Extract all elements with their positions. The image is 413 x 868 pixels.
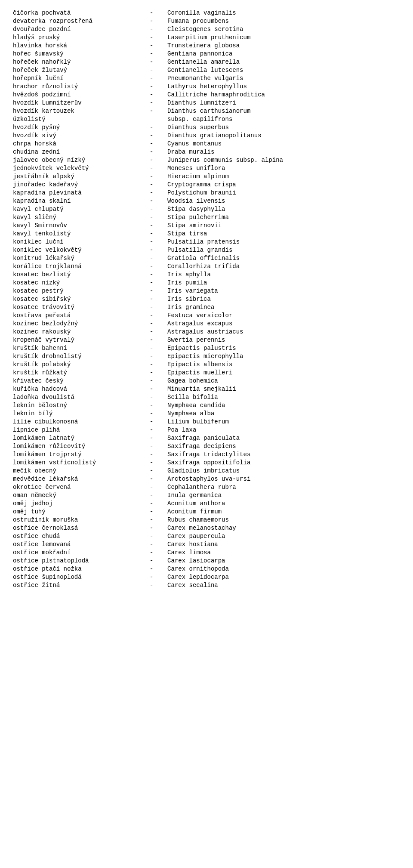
list-item: kruštík bahenní-Epipactis palustris: [13, 344, 400, 352]
dash-separator: -: [146, 41, 167, 49]
list-item: kapradina plevinatá-Polystichum braunii: [13, 188, 400, 197]
czech-name: lomikámen trojprstý: [13, 450, 146, 458]
list-item: jestřábník alpský-Hieracium alpinum: [13, 172, 400, 180]
dash-separator: -: [146, 164, 167, 172]
list-item: hořeček žlutavý-Gentianella lutescens: [13, 66, 400, 74]
czech-name: ostružiník moruška: [13, 516, 146, 524]
dash-separator: -: [146, 262, 167, 270]
list-item: ostřice ptačí nožka-Carex ornithopoda: [13, 565, 400, 573]
list-item: leknín bílý-Nymphaea alba: [13, 409, 400, 417]
czech-name: leknín bílý: [13, 409, 146, 417]
dash-separator: -: [146, 188, 167, 197]
list-item: leknín bělostný-Nymphaea candida: [13, 401, 400, 409]
czech-name: ostřice černoklasá: [13, 524, 146, 532]
czech-name: hvozdík kartouzek: [13, 107, 146, 115]
dash-separator: -: [146, 352, 167, 360]
czech-name: kropenáč vytrvalý: [13, 336, 146, 344]
list-item: koniklec velkokvětý-Pulsatilla grandis: [13, 246, 400, 254]
dash-separator: -: [146, 442, 167, 450]
latin-name: Gentianella lutescens: [167, 66, 400, 74]
dash-separator: -: [146, 66, 167, 74]
latin-name: Iris variegata: [167, 287, 400, 295]
czech-name: oměj tuhý: [13, 507, 146, 516]
latin-name: Epipactis albensis: [167, 360, 400, 368]
latin-name: Gagea bohemica: [167, 377, 400, 385]
list-item: úzkolistýsubsp. capilifrons: [13, 115, 400, 123]
latin-name: Saxifraga oppositifolia: [167, 458, 400, 466]
list-item: ostřice mokřadní-Carex limosa: [13, 548, 400, 556]
dash-separator: -: [146, 581, 167, 589]
list-item: okrotice červená-Cephalanthera rubra: [13, 483, 400, 491]
plant-list: čičorka pochvatá-Coronilla vaginalisdeva…: [13, 9, 400, 589]
dash-separator: -: [146, 311, 167, 319]
czech-name: úzkolistý: [13, 115, 146, 123]
list-item: kropenáč vytrvalý-Swertia perennis: [13, 336, 400, 344]
latin-name: Rubus chamaemorus: [167, 516, 400, 524]
dash-separator: -: [146, 434, 167, 442]
latin-name: Pulsatilla grandis: [167, 246, 400, 254]
dash-separator: -: [146, 25, 167, 33]
dash-separator: -: [146, 9, 167, 17]
czech-name: koniklec luční: [13, 238, 146, 246]
latin-name: Carex hostiana: [167, 540, 400, 548]
latin-name: Saxifraga tridactylites: [167, 450, 400, 458]
dash-separator: -: [146, 393, 167, 401]
czech-name: dvouřadec pozdní: [13, 25, 146, 33]
list-item: křivatec český-Gagea bohemica: [13, 377, 400, 385]
latin-name: Polystichum braunii: [167, 188, 400, 197]
latin-name: Carex melanostachay: [167, 524, 400, 532]
latin-name: Juniperus communis subsp. alpina: [167, 156, 400, 164]
latin-name: Trunsteinera globosa: [167, 41, 400, 49]
list-item: hlavinka horská-Trunsteinera globosa: [13, 41, 400, 49]
dash-separator: -: [146, 246, 167, 254]
latin-name: Pneumonanthe vulgaris: [167, 74, 400, 82]
latin-name: Dianthus carthusianorum: [167, 107, 400, 115]
list-item: korálice trojklanná-Corallorhiza trifida: [13, 262, 400, 270]
czech-name: chudina zední: [13, 148, 146, 156]
latin-name: Gratiola officinalis: [167, 254, 400, 262]
dash-separator: -: [146, 278, 167, 287]
latin-name: Cyanus montanus: [167, 139, 400, 148]
latin-name: Gentiana pannonica: [167, 49, 400, 58]
dash-separator: -: [146, 417, 167, 426]
list-item: hvozdík sivý-Dianthus gratianopolitanus: [13, 131, 400, 139]
czech-name: čičorka pochvatá: [13, 9, 146, 17]
czech-name: okrotice červená: [13, 483, 146, 491]
list-item: konitrud lékařský-Gratiola officinalis: [13, 254, 400, 262]
list-item: ostružiník moruška-Rubus chamaemorus: [13, 516, 400, 524]
czech-name: hořepník luční: [13, 74, 146, 82]
czech-name: kosatec trávovitý: [13, 303, 146, 311]
dash-separator: -: [146, 303, 167, 311]
czech-name: hladýš pruský: [13, 33, 146, 41]
dash-separator: -: [146, 74, 167, 82]
czech-name: kruštík drobnolistý: [13, 352, 146, 360]
latin-name: Callitriche harmaphroditica: [167, 90, 400, 99]
list-item: oman německý-Inula germanica: [13, 491, 400, 499]
dash-separator: -: [146, 238, 167, 246]
list-item: kosatec nízký-Iris pumila: [13, 278, 400, 287]
czech-name: hvozdík sivý: [13, 131, 146, 139]
latin-name: Carex paupercula: [167, 532, 400, 540]
dash-separator: -: [146, 368, 167, 377]
list-item: ostřice chudá-Carex paupercula: [13, 532, 400, 540]
list-item: kosatec bezlistý-Iris aphylla: [13, 270, 400, 278]
list-item: kavyl Smirnovův-Stipa smirnovii: [13, 221, 400, 229]
list-item: mečík obecný-Gladiolus imbricatus: [13, 466, 400, 475]
dash-separator: -: [146, 49, 167, 58]
dash-separator: -: [146, 409, 167, 417]
list-item: chrpa horská-Cyanus montanus: [13, 139, 400, 148]
list-item: kostřava peřestá-Festuca versicolor: [13, 311, 400, 319]
dash-separator: -: [146, 213, 167, 221]
czech-name: kapradina plevinatá: [13, 188, 146, 197]
czech-name: oman německý: [13, 491, 146, 499]
latin-name: Woodsia ilvensis: [167, 197, 400, 205]
list-item: kruštík polabský-Epipactis albensis: [13, 360, 400, 368]
latin-name: Iris graminea: [167, 303, 400, 311]
czech-name: ostřice plstnatoplodá: [13, 556, 146, 565]
czech-name: lilie cibulkonosná: [13, 417, 146, 426]
latin-name: Epipactis muelleri: [167, 368, 400, 377]
latin-name: Lathyrus heterophyllus: [167, 82, 400, 90]
czech-name: hrachor různolistý: [13, 82, 146, 90]
czech-name: hvězdoš podzimní: [13, 90, 146, 99]
czech-name: lipnice plihá: [13, 426, 146, 434]
